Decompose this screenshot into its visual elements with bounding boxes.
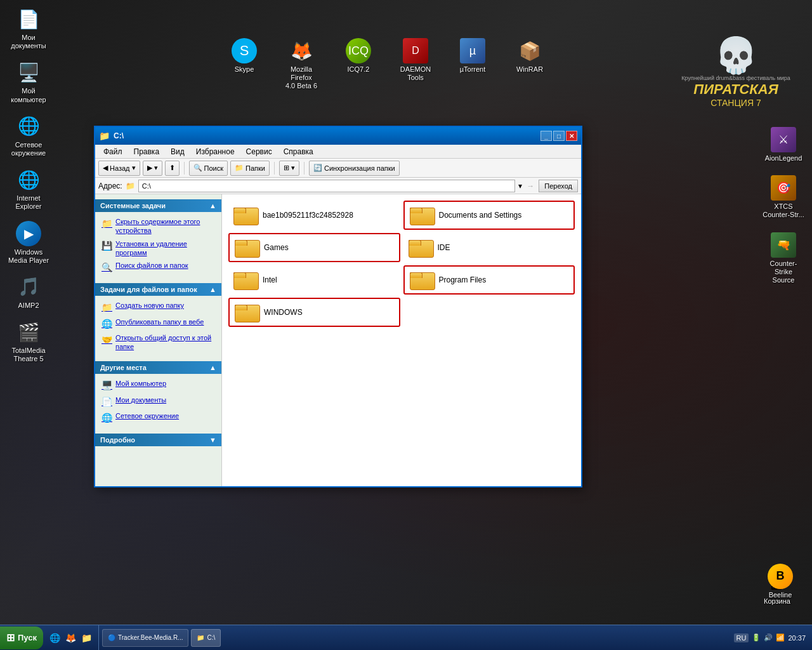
desktop-icon-aionlegend[interactable]: ⚔ AionLegend [761, 127, 806, 162]
minimize-button[interactable]: _ [540, 131, 552, 141]
address-folder-icon: 📁 [126, 182, 135, 190]
desktop-icons-top: S Skype 🦊 Mozilla Firefox4.0 Beta 6 ICQ … [222, 38, 552, 91]
views-button[interactable]: ⊞ ▾ [279, 161, 299, 176]
wmp-label: WindowsMedia Player [8, 248, 49, 265]
desktop-icon-aimp2[interactable]: 🎵 AIMP2 [6, 274, 51, 310]
taskbar-explorer-active-btn[interactable]: 📁 C:\ [191, 629, 221, 647]
folder-intel[interactable]: Intel [228, 265, 400, 295]
sidebar-share-folder[interactable]: 🤝 Открыть общий доступ к этой папке [100, 331, 216, 354]
other-places-header[interactable]: Другие места ▲ [95, 361, 221, 374]
start-button[interactable]: ⊞ Пуск [0, 627, 43, 649]
sidebar-hide-content[interactable]: 📁 Скрыть содержимое этого устройства [100, 215, 216, 237]
totalmedia-icon: 🎬 [16, 319, 41, 345]
system-tasks-header[interactable]: Системные задачи ▲ [95, 199, 221, 212]
search-button[interactable]: 🔍 Поиск [189, 161, 228, 176]
address-label: Адрес: [98, 182, 122, 190]
desktop-icon-winrar[interactable]: 📦 WinRAR [508, 38, 552, 91]
folders-icon: 📁 [235, 164, 244, 172]
mycomputer-icon: 🖥️ [16, 60, 41, 85]
maximize-button[interactable]: □ [553, 131, 565, 141]
address-input[interactable] [138, 180, 516, 192]
toolbar-sep2 [274, 162, 275, 175]
sidebar-other-places: Другие места ▲ 🖥️ Мой компьютер 📄 Мои до… [95, 361, 221, 428]
window-titlebar: 📁 C:\ _ □ ✕ [95, 127, 581, 145]
menu-favorites[interactable]: Избранное [191, 146, 240, 157]
folder-bae[interactable]: bae1b095211f3c24852928 [228, 201, 400, 230]
taskbar-tracker-btn[interactable]: 🔵 Tracker.Bee-Media.R... [102, 629, 188, 647]
desktop-icon-totalmedia[interactable]: 🎬 TotalMediaTheatre 5 [6, 319, 51, 363]
sidebar-network[interactable]: 🌐 Сетевое окружение [100, 409, 216, 425]
desktop-icon-network[interactable]: 🌐 Сетевоеокружение [6, 114, 51, 157]
menu-view[interactable]: Вид [166, 146, 190, 157]
desktop-icon-icq[interactable]: ICQ ICQ7.2 [336, 38, 381, 91]
folder-name-intel: Intel [263, 275, 277, 284]
beeline-label: Beeline [769, 591, 792, 599]
sidebar-system-tasks: Системные задачи ▲ 📁 Скрыть содержимое э… [95, 199, 221, 278]
pirate-name: ПИРАТСКАЯ [672, 81, 799, 98]
forward-arrow-icon: ▶ [147, 164, 152, 172]
search-files-icon: 🔍 [102, 262, 112, 273]
network-label: Сетевоеокружение [11, 141, 46, 157]
firefox-icon: 🦊 [289, 38, 314, 63]
folder-games[interactable]: Games [228, 233, 400, 262]
folder-name-ide: IDE [438, 243, 450, 252]
go-button[interactable]: Переход [539, 180, 578, 192]
search-icon: 🔍 [193, 164, 202, 172]
menu-edit[interactable]: Правка [129, 146, 165, 157]
pirate-subtitle: Крупнейший drum&bass фестиваль мира [672, 75, 799, 81]
taskbar-firefox-btn[interactable]: 🦊 [64, 632, 77, 644]
taskbar-ie-btn[interactable]: 🌐 [48, 632, 62, 644]
sidebar-install-remove[interactable]: 💾 Установка и удаление программ [100, 237, 216, 260]
css-label: Counter-StrikeSource [761, 260, 806, 285]
folder-ide[interactable]: IDE [403, 233, 575, 262]
folder-icon-windows [235, 302, 259, 322]
desktop-icon-daemon[interactable]: D DAEMON Tools [393, 38, 438, 91]
sidebar-search-files[interactable]: 🔍 Поиск файлов и папок [100, 259, 216, 275]
close-button[interactable]: ✕ [566, 131, 577, 141]
forward-button[interactable]: ▶ ▾ [143, 161, 162, 176]
desktop-icon-mycomputer[interactable]: 🖥️ Мойкомпьютер [6, 60, 51, 103]
menu-file[interactable]: Файл [98, 146, 128, 157]
desktop-icon-skype[interactable]: S Skype [222, 38, 266, 91]
other-places-content: 🖥️ Мой компьютер 📄 Мои документы 🌐 Сетев… [95, 374, 221, 428]
folder-icon-docs [410, 205, 434, 225]
menu-help[interactable]: Справка [278, 146, 318, 157]
desktop-icon-beeline[interactable]: B Beeline [758, 564, 802, 599]
desktop-icon-wmp[interactable]: ▶ WindowsMedia Player [6, 221, 51, 265]
back-button[interactable]: ◀ Назад ▾ [98, 161, 140, 176]
views-icon: ⊞ [284, 164, 289, 172]
wmp-icon: ▶ [16, 221, 41, 246]
details-header[interactable]: Подробно ▼ [95, 434, 221, 446]
desktop-icon-css[interactable]: 🔫 Counter-StrikeSource [761, 232, 806, 285]
sidebar-my-documents[interactable]: 📄 Мои документы [100, 394, 216, 409]
folder-name-pf: Program Files [439, 275, 487, 284]
folder-windows[interactable]: WINDOWS [228, 298, 400, 327]
sync-button[interactable]: 🔄 Синхронизация папки [309, 161, 400, 176]
desktop-icon-ie[interactable]: 🌐 InternetExplorer [6, 167, 51, 211]
sidebar-my-computer[interactable]: 🖥️ Мой компьютер [100, 377, 216, 393]
explorer-taskbar-icon: 📁 [197, 634, 204, 641]
sidebar-publish-web[interactable]: 🌐 Опубликовать папку в вебе [100, 315, 216, 331]
ie-icon: 🌐 [16, 167, 41, 192]
window-body: Системные задачи ▲ 📁 Скрыть содержимое э… [95, 194, 581, 486]
desktop-icon-mydocs[interactable]: 📄 Мои документы [6, 6, 51, 50]
desktop-icon-firefox[interactable]: 🦊 Mozilla Firefox4.0 Beta 6 [279, 38, 324, 91]
file-tasks-header[interactable]: Задачи для файлов и папок ▲ [95, 283, 221, 296]
sync-icon: 🔄 [313, 164, 322, 172]
folder-icon-pf [410, 270, 434, 290]
desktop-icon-utorrent[interactable]: µ µTorrent [450, 38, 495, 91]
tracker-icon: 🔵 [108, 634, 115, 641]
menu-tools[interactable]: Сервис [241, 146, 277, 157]
desktop-icon-xtcs[interactable]: 🎯 XTCSCounter-Str... [761, 175, 806, 219]
clock-time: 20:37 [788, 634, 806, 642]
up-button[interactable]: ⬆ [165, 161, 180, 176]
folder-programfiles[interactable]: Program Files [403, 265, 575, 295]
folders-button[interactable]: 📁 Папки [230, 161, 270, 176]
icq-icon: ICQ [346, 38, 371, 63]
sidebar-new-folder[interactable]: 📁 Создать новую папку [100, 299, 216, 315]
taskbar-explorer-btn[interactable]: 📁 [80, 632, 93, 644]
window-controls: _ □ ✕ [540, 131, 577, 141]
locale-indicator: RU [734, 633, 749, 642]
explorer-main: bae1b095211f3c24852928 Documents and Set… [222, 194, 581, 486]
folder-documents[interactable]: Documents and Settings [403, 201, 575, 230]
